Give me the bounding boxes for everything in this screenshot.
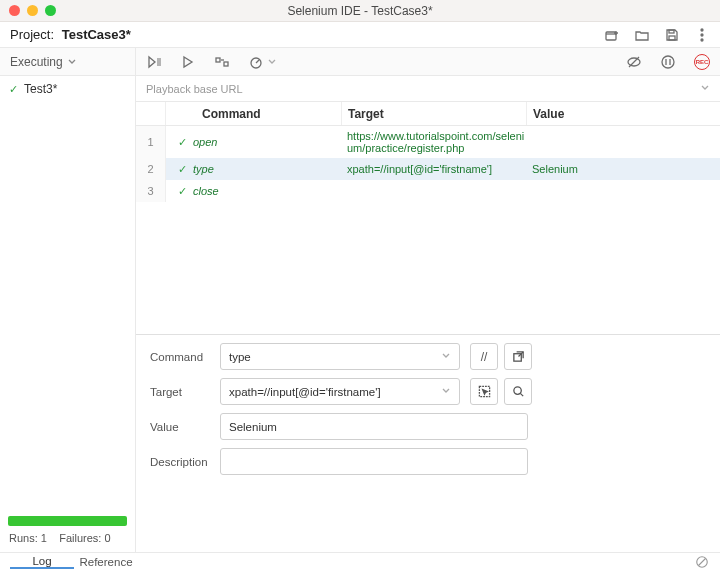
row-number: 1 — [136, 126, 166, 158]
svg-rect-2 — [669, 36, 675, 40]
row-number: 2 — [136, 158, 166, 180]
svg-point-13 — [513, 387, 520, 394]
test-item[interactable]: ✓ Test3* — [0, 76, 135, 102]
pass-check-icon: ✓ — [178, 136, 187, 149]
main-panel: REC Playback base URL Command Target Val… — [136, 48, 720, 552]
pause-on-exceptions-icon[interactable] — [660, 54, 676, 70]
row-value: Selenium — [526, 163, 720, 175]
open-project-icon[interactable] — [634, 27, 650, 43]
pass-check-icon: ✓ — [9, 83, 18, 96]
steps-table-header: Command Target Value — [136, 102, 720, 126]
tab-log[interactable]: Log — [10, 555, 74, 569]
step-editor: Command type // Target — [136, 334, 720, 487]
find-target-button[interactable] — [504, 378, 532, 405]
svg-rect-6 — [216, 58, 220, 62]
test-list: ✓ Test3* — [0, 76, 135, 102]
pass-check-icon: ✓ — [178, 163, 187, 176]
svg-point-3 — [701, 29, 703, 31]
editor-command-value: type — [229, 351, 251, 363]
row-command: ✓close — [166, 185, 341, 198]
chevron-down-icon — [441, 386, 451, 398]
playback-url-row[interactable]: Playback base URL — [136, 76, 720, 102]
window-title: Selenium IDE - TestCase3* — [0, 4, 720, 18]
editor-value-input[interactable] — [220, 413, 528, 440]
row-command: ✓type — [166, 163, 341, 176]
project-label: Project: — [10, 27, 54, 42]
run-stats: Runs: 1 Failures: 0 — [0, 532, 135, 552]
close-window-icon[interactable] — [9, 5, 20, 16]
editor-description-field[interactable] — [229, 456, 519, 468]
failures-label: Failures: — [59, 532, 101, 544]
steps-table-body: 1✓openhttps://www.tutorialspoint.com/sel… — [136, 126, 720, 334]
row-target: https://www.tutorialspoint.com/selenium/… — [341, 130, 526, 154]
test-view-dropdown[interactable]: Executing — [0, 48, 135, 76]
chevron-down-icon — [67, 57, 77, 67]
disable-breakpoints-icon[interactable] — [626, 54, 642, 70]
playback-url-placeholder: Playback base URL — [146, 83, 243, 95]
test-name: Test3* — [24, 82, 57, 96]
window-controls — [0, 5, 56, 16]
open-new-window-button[interactable] — [504, 343, 532, 370]
row-number: 3 — [136, 180, 166, 202]
col-target: Target — [341, 102, 526, 125]
svg-rect-1 — [669, 30, 674, 33]
save-project-icon[interactable] — [664, 27, 680, 43]
project-name: Project: TestCase3* — [10, 27, 131, 42]
project-bar: Project: TestCase3* — [0, 22, 720, 48]
step-over-icon[interactable] — [214, 54, 230, 70]
toolbar: REC — [136, 48, 720, 76]
tab-reference[interactable]: Reference — [74, 556, 138, 568]
runs-label: Runs: — [9, 532, 38, 544]
editor-value-label: Value — [150, 421, 220, 433]
svg-rect-7 — [224, 62, 228, 66]
speed-icon[interactable] — [248, 54, 264, 70]
maximize-window-icon[interactable] — [45, 5, 56, 16]
row-target: xpath=//input[@id='firstname'] — [341, 163, 526, 175]
url-dropdown-icon[interactable] — [700, 83, 710, 95]
table-row[interactable]: 3✓close — [136, 180, 720, 202]
minimize-window-icon[interactable] — [27, 5, 38, 16]
test-view-label: Executing — [10, 55, 63, 69]
col-value: Value — [526, 102, 720, 125]
row-command: ✓open — [166, 136, 341, 149]
speed-dropdown-icon[interactable] — [268, 55, 276, 69]
record-button[interactable]: REC — [694, 54, 710, 70]
toggle-enable-command-button[interactable]: // — [470, 343, 498, 370]
new-project-icon[interactable] — [604, 27, 620, 43]
sidebar: Executing ✓ Test3* Runs: 1 Failures: 0 — [0, 48, 136, 552]
run-all-icon[interactable] — [146, 54, 162, 70]
table-row[interactable]: 2✓typexpath=//input[@id='firstname']Sele… — [136, 158, 720, 180]
pass-check-icon: ✓ — [178, 185, 187, 198]
clear-log-icon[interactable] — [694, 554, 710, 570]
editor-command-select[interactable]: type — [220, 343, 460, 370]
editor-target-input[interactable] — [220, 378, 460, 405]
run-current-icon[interactable] — [180, 54, 196, 70]
col-command: Command — [166, 102, 341, 125]
svg-point-4 — [701, 34, 703, 36]
more-menu-icon[interactable] — [694, 27, 710, 43]
chevron-down-icon — [441, 351, 451, 363]
editor-description-label: Description — [150, 456, 220, 468]
editor-target-label: Target — [150, 386, 220, 398]
editor-description-input[interactable] — [220, 448, 528, 475]
failures-count: 0 — [104, 532, 110, 544]
table-row[interactable]: 1✓openhttps://www.tutorialspoint.com/sel… — [136, 126, 720, 158]
project-title: TestCase3* — [62, 27, 131, 42]
svg-point-5 — [701, 39, 703, 41]
footer: Log Reference — [0, 552, 720, 571]
run-progress-bar — [8, 516, 127, 526]
select-target-button[interactable] — [470, 378, 498, 405]
titlebar: Selenium IDE - TestCase3* — [0, 0, 720, 22]
editor-value-field[interactable] — [229, 421, 519, 433]
editor-command-label: Command — [150, 351, 220, 363]
editor-target-field[interactable] — [229, 386, 441, 398]
svg-point-10 — [662, 56, 674, 68]
runs-count: 1 — [41, 532, 47, 544]
